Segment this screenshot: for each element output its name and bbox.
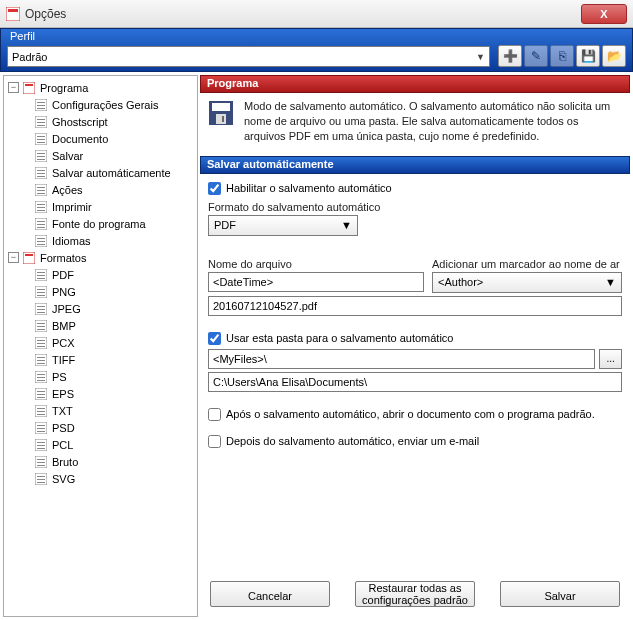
disk-icon: 💾 [581, 49, 596, 63]
browse-button[interactable]: ... [599, 349, 622, 369]
email-after-checkbox[interactable]: Depois do salvamento automático, enviar … [208, 435, 622, 448]
svg-rect-57 [37, 329, 45, 330]
tree-item[interactable]: Fonte do programa [6, 215, 195, 232]
marker-label: Adicionar um marcador ao nome de ar [432, 258, 622, 270]
svg-rect-67 [37, 374, 45, 375]
use-folder-input[interactable] [208, 332, 221, 345]
tree-item[interactable]: TXT [6, 402, 195, 419]
svg-rect-40 [23, 252, 35, 264]
enable-autosave-input[interactable] [208, 182, 221, 195]
tree-item[interactable]: Bruto [6, 453, 195, 470]
section-header-programa: Programa [200, 75, 630, 93]
tree-item[interactable]: PS [6, 368, 195, 385]
profile-toolbar: ➕ ✎ ⎘ 💾 📂 [498, 45, 626, 67]
svg-rect-91 [37, 476, 45, 477]
profile-select[interactable]: Padrão ▼ [7, 46, 490, 67]
tree-item[interactable]: Salvar automáticamente [6, 164, 195, 181]
checkbox-label: Depois do salvamento automático, enviar … [226, 435, 479, 447]
format-label: Formato do salvamento automático [208, 201, 622, 213]
tree-item-label: BMP [52, 320, 76, 332]
tree-item[interactable]: Imprimir [6, 198, 195, 215]
svg-rect-59 [37, 340, 45, 341]
tree-item[interactable]: JPEG [6, 300, 195, 317]
svg-rect-48 [37, 292, 45, 293]
tree-item[interactable]: Idiomas [6, 232, 195, 249]
svg-rect-9 [37, 119, 45, 120]
tree-item[interactable]: Salvar [6, 147, 195, 164]
item-icon [33, 234, 49, 248]
tree-item-label: SVG [52, 473, 75, 485]
item-icon [33, 183, 49, 197]
tree-item-label: TXT [52, 405, 73, 417]
tree-item-label: JPEG [52, 303, 81, 315]
item-icon [33, 336, 49, 350]
tree-item-label: Imprimir [52, 201, 92, 213]
svg-rect-15 [37, 142, 45, 143]
item-icon [33, 421, 49, 435]
tree-item-label: Ghostscript [52, 116, 108, 128]
tree-item[interactable]: Ghostscript [6, 113, 195, 130]
collapse-icon[interactable]: − [8, 252, 19, 263]
tree-item[interactable]: Ações [6, 181, 195, 198]
filename-input[interactable] [208, 272, 424, 292]
open-after-input[interactable] [208, 408, 221, 421]
description-row: Modo de salvamento automático. O salvame… [200, 93, 630, 150]
item-icon [33, 217, 49, 231]
close-icon: X [600, 8, 607, 20]
email-after-input[interactable] [208, 435, 221, 448]
svg-rect-75 [37, 408, 45, 409]
svg-rect-11 [37, 125, 45, 126]
tree-item[interactable]: PCX [6, 334, 195, 351]
collapse-icon[interactable]: − [8, 82, 19, 93]
tree-item[interactable]: Documento [6, 130, 195, 147]
folder-input[interactable] [208, 349, 595, 369]
folder-icon: 📂 [607, 49, 622, 63]
checkbox-label: Usar esta pasta para o salvamento automá… [226, 332, 453, 344]
reset-button[interactable]: Restaurar todas as configurações padrão [355, 581, 475, 607]
section-header-autosave: Salvar automáticamente [200, 156, 630, 174]
cancel-button[interactable]: Cancelar [210, 581, 330, 607]
tree-node-programa[interactable]: − Programa [6, 79, 195, 96]
marker-select[interactable]: <Author> ▼ [432, 272, 622, 293]
svg-rect-38 [37, 241, 45, 242]
profile-save-button[interactable]: 💾 [576, 45, 600, 67]
format-select[interactable]: PDF ▼ [208, 215, 358, 236]
tree-item[interactable]: PCL [6, 436, 195, 453]
svg-rect-96 [216, 114, 226, 124]
tree-item[interactable]: Configurações Gerais [6, 96, 195, 113]
profile-add-button[interactable]: ➕ [498, 45, 522, 67]
profile-selected: Padrão [12, 51, 47, 63]
svg-rect-35 [37, 227, 45, 228]
tree-node-formatos[interactable]: − Formatos [6, 249, 195, 266]
item-icon [33, 353, 49, 367]
svg-rect-87 [37, 459, 45, 460]
svg-rect-51 [37, 306, 45, 307]
svg-rect-83 [37, 442, 45, 443]
tree-item[interactable]: EPS [6, 385, 195, 402]
item-icon [33, 285, 49, 299]
enable-autosave-checkbox[interactable]: Habilitar o salvamento automático [208, 182, 622, 195]
svg-rect-1 [8, 9, 18, 12]
chevron-down-icon: ▼ [476, 52, 485, 62]
tree-item[interactable]: SVG [6, 470, 195, 487]
nav-tree[interactable]: − Programa Configurações GeraisGhostscri… [3, 75, 198, 617]
tree-item[interactable]: PDF [6, 266, 195, 283]
profile-rename-button: ✎ [524, 45, 548, 67]
open-after-checkbox[interactable]: Após o salvamento automático, abrir o do… [208, 408, 622, 421]
tree-item[interactable]: PSD [6, 419, 195, 436]
svg-rect-7 [37, 108, 45, 109]
close-button[interactable]: X [581, 4, 627, 24]
tree-item-label: Ações [52, 184, 83, 196]
save-button[interactable]: Salvar [500, 581, 620, 607]
use-folder-checkbox[interactable]: Usar esta pasta para o salvamento automá… [208, 332, 622, 345]
profile-folder-button[interactable]: 📂 [602, 45, 626, 67]
tree-item[interactable]: BMP [6, 317, 195, 334]
tree-item[interactable]: TIFF [6, 351, 195, 368]
svg-rect-93 [37, 482, 45, 483]
item-icon [33, 319, 49, 333]
svg-rect-88 [37, 462, 45, 463]
tree-item-label: Documento [52, 133, 108, 145]
svg-rect-55 [37, 323, 45, 324]
tree-item[interactable]: PNG [6, 283, 195, 300]
svg-rect-5 [37, 102, 45, 103]
